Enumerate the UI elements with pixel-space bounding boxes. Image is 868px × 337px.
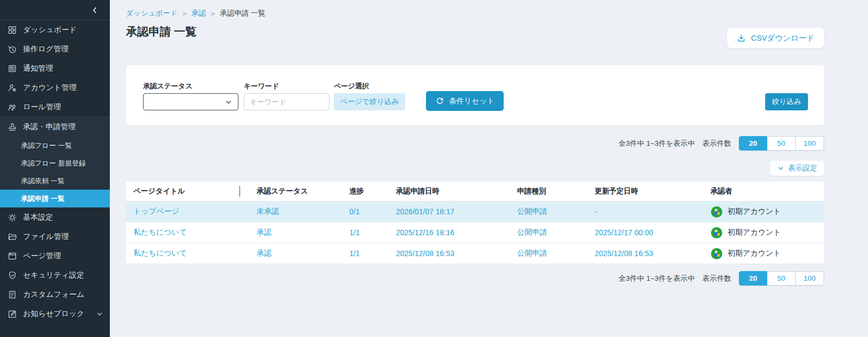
col-header-type: 申請種別 <box>510 186 587 196</box>
main-content: ダッシュボード > 承認 > 承認申請 一覧 承認申請 一覧 CSVダウンロード… <box>110 0 868 337</box>
sidebar-subitem-approval-flow-new[interactable]: 承認フロー 新規登録 <box>0 154 110 172</box>
col-header-page-title: ページタイトル <box>126 186 249 196</box>
table-row[interactable]: 私たちについて 承認 1/1 2025/12/16 18:16 公開申請 202… <box>126 222 824 243</box>
shield-icon <box>8 271 17 280</box>
page-size-50-button[interactable]: 50 <box>767 271 796 286</box>
page-size-label: 表示件数 <box>702 139 731 148</box>
progress-value: 0/1 <box>342 207 388 216</box>
csv-download-button[interactable]: CSVダウンロード <box>727 28 824 48</box>
col-header-approver: 承認者 <box>703 186 824 196</box>
approver-avatar <box>710 206 723 218</box>
breadcrumb-dashboard-link[interactable]: ダッシュボード <box>126 9 177 18</box>
role-icon <box>8 102 17 112</box>
chevron-down-icon <box>777 164 784 172</box>
sidebar-item-label: ファイル管理 <box>23 232 69 242</box>
sidebar-item-notice-block[interactable]: お知らせブロック <box>0 304 110 324</box>
sidebar-item-label: アカウント管理 <box>23 83 77 93</box>
status-filter-label: 承認ステータス <box>143 81 192 91</box>
sidebar-item-account[interactable]: アカウント管理 <box>0 78 110 98</box>
sidebar-item-security-settings[interactable]: セキュリティ設定 <box>0 266 110 285</box>
approver-avatar <box>710 227 723 239</box>
breadcrumb-current: 承認申請 一覧 <box>220 9 265 18</box>
csv-download-label: CSVダウンロード <box>751 33 814 43</box>
status-value: 未承認 <box>249 207 342 216</box>
requested-at-value: 2026/01/07 18:17 <box>388 207 510 216</box>
notification-icon <box>8 64 17 73</box>
status-value: 承認 <box>249 228 342 237</box>
page-size-selector: 20 50 100 <box>739 271 824 286</box>
page-size-50-button[interactable]: 50 <box>767 136 796 151</box>
sidebar-subitem-approval-flow-list[interactable]: 承認フロー 一覧 <box>0 137 110 154</box>
page-size-100-button[interactable]: 100 <box>796 136 824 151</box>
sidebar-subitem-approval-request-list[interactable]: 承認依頼 一覧 <box>0 172 110 190</box>
page-title-link[interactable]: トップページ <box>126 207 249 216</box>
sidebar-item-file-management[interactable]: ファイル管理 <box>0 227 110 246</box>
requested-at-value: 2025/12/16 18:16 <box>388 228 510 237</box>
status-value: 承認 <box>249 249 342 258</box>
refresh-icon <box>435 96 444 106</box>
page-filter-button[interactable]: ページで絞り込み <box>334 93 405 110</box>
chevron-left-icon <box>91 6 99 14</box>
dashboard-icon <box>8 25 17 35</box>
page-size-20-button[interactable]: 20 <box>739 271 767 286</box>
sidebar-item-label: セキュリティ設定 <box>23 271 84 280</box>
filter-panel: 承認ステータス キーワード ページ選択 ページで絞り込み 条件リセット 絞り込み <box>126 65 824 125</box>
page-size-100-button[interactable]: 100 <box>796 271 824 286</box>
page-filter-label: ページ選択 <box>334 81 369 91</box>
pagination-top: 全3件中 1~3件を表示中 表示件数 20 50 100 <box>619 136 824 151</box>
approval-status-select[interactable] <box>143 93 238 110</box>
col-header-scheduled-at: 更新予定日時 <box>587 186 703 196</box>
page-title-link[interactable]: 私たちについて <box>126 228 249 237</box>
col-header-status: 承認ステータス <box>249 186 342 196</box>
type-value: 公開申請 <box>510 207 587 216</box>
table-row[interactable]: トップページ 未承認 0/1 2026/01/07 18:17 公開申請 - 初… <box>126 201 824 222</box>
page-title-link[interactable]: 私たちについて <box>126 249 249 258</box>
sidebar-item-approval-management[interactable]: 承認・申請管理 <box>0 117 110 137</box>
page-size-20-button[interactable]: 20 <box>739 136 767 151</box>
sidebar-item-notification[interactable]: 通知管理 <box>0 59 110 78</box>
pagination-bottom: 全3件中 1~3件を表示中 表示件数 20 50 100 <box>619 271 824 286</box>
sidebar-item-label: ロール管理 <box>23 102 61 112</box>
keyword-input[interactable] <box>244 93 330 110</box>
scheduled-at-value: 2025/12/17 00:00 <box>587 228 703 237</box>
sidebar-item-label: お知らせブロック <box>23 309 84 319</box>
table-row[interactable]: 私たちについて 承認 1/1 2025/12/08 16:53 公開申請 202… <box>126 243 824 264</box>
approval-table: ページタイトル 承認ステータス 進捗 承認申請日時 申請種別 更新予定日時 承認… <box>126 182 824 264</box>
page-size-label: 表示件数 <box>702 274 731 283</box>
approver-name: 初期アカウント <box>728 249 781 258</box>
sidebar-item-dashboard[interactable]: ダッシュボード <box>0 20 110 40</box>
approver-name: 初期アカウント <box>728 228 781 237</box>
display-settings-label: 表示設定 <box>788 163 817 173</box>
sidebar-item-basic-settings[interactable]: 基本設定 <box>0 208 110 227</box>
sidebar-item-label: 操作ログ管理 <box>23 44 69 54</box>
sidebar-item-operation-log[interactable]: 操作ログ管理 <box>0 40 110 59</box>
sidebar-item-page-management[interactable]: ページ管理 <box>0 246 110 266</box>
approver-avatar <box>710 248 723 260</box>
reset-conditions-label: 条件リセット <box>449 96 495 106</box>
breadcrumb-separator: > <box>182 10 186 18</box>
history-icon <box>8 44 17 54</box>
sidebar-item-custom-form[interactable]: カスタムフォーム <box>0 285 110 304</box>
sidebar-item-label: 通知管理 <box>23 64 53 73</box>
download-icon <box>737 34 746 43</box>
requested-at-value: 2025/12/08 16:53 <box>388 249 510 258</box>
breadcrumb: ダッシュボード > 承認 > 承認申請 一覧 <box>126 9 265 18</box>
apply-filter-button[interactable]: 絞り込み <box>765 93 808 110</box>
type-value: 公開申請 <box>510 228 587 237</box>
approver-cell: 初期アカウント <box>703 227 824 239</box>
sidebar-group-approval: 承認・申請管理 承認フロー 一覧 承認フロー 新規登録 承認依頼 一覧 承認申請… <box>0 117 110 208</box>
breadcrumb-approval-link[interactable]: 承認 <box>191 9 206 18</box>
progress-value: 1/1 <box>342 228 388 237</box>
sidebar: ダッシュボード 操作ログ管理 通知管理 アカウント管理 ロール管理 承認・申請管… <box>0 0 110 337</box>
progress-value: 1/1 <box>342 249 388 258</box>
column-divider <box>240 186 240 197</box>
chevron-down-icon <box>96 310 103 318</box>
approver-name: 初期アカウント <box>728 207 781 216</box>
sidebar-collapse-button[interactable] <box>91 6 99 14</box>
edit-icon <box>8 309 17 319</box>
sidebar-subitem-approval-application-list[interactable]: 承認申請 一覧 <box>0 190 110 207</box>
display-settings-button[interactable]: 表示設定 <box>770 161 824 176</box>
sidebar-item-role[interactable]: ロール管理 <box>0 98 110 117</box>
sidebar-subitem-label: 承認フロー 一覧 <box>21 141 72 151</box>
reset-conditions-button[interactable]: 条件リセット <box>426 91 504 111</box>
